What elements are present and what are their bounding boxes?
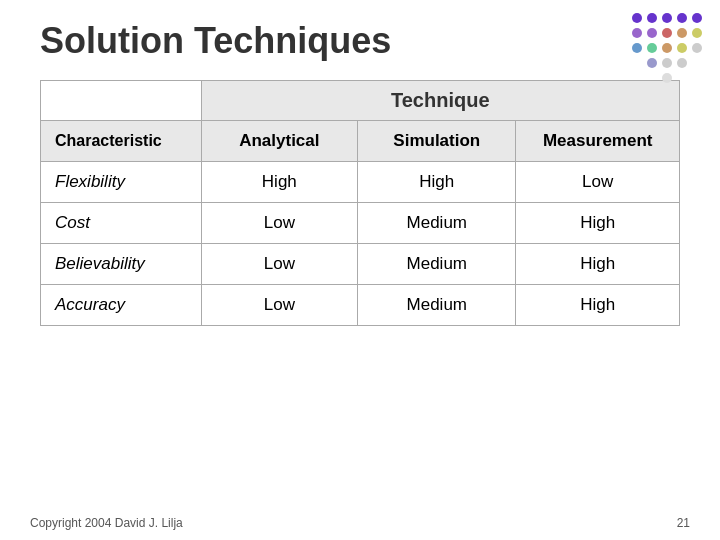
svg-point-8 <box>677 28 687 38</box>
page: Solution Techniques Technique Characteri… <box>0 0 720 540</box>
svg-point-10 <box>632 43 642 53</box>
col-header-simulation: Simulation <box>358 121 516 162</box>
cell-characteristic: Cost <box>41 203 202 244</box>
svg-point-14 <box>692 43 702 53</box>
technique-header: Technique <box>201 81 680 121</box>
cell-simulation: Medium <box>358 244 516 285</box>
copyright: Copyright 2004 David J. Lilja <box>30 516 183 530</box>
page-title: Solution Techniques <box>40 20 690 62</box>
table-row: CostLowMediumHigh <box>41 203 680 244</box>
col-header-measurement: Measurement <box>516 121 680 162</box>
svg-point-1 <box>647 13 657 23</box>
techniques-table-wrapper: Technique Characteristic Analytical Simu… <box>40 80 680 326</box>
empty-header-cell <box>41 81 202 121</box>
page-number: 21 <box>677 516 690 530</box>
col-header-characteristic: Characteristic <box>41 121 202 162</box>
cell-simulation: High <box>358 162 516 203</box>
cell-measurement: High <box>516 244 680 285</box>
cell-analytical: Low <box>201 203 358 244</box>
footer: Copyright 2004 David J. Lilja 21 <box>0 516 720 530</box>
svg-point-7 <box>662 28 672 38</box>
table-row: BelievabilityLowMediumHigh <box>41 244 680 285</box>
cell-characteristic: Flexibility <box>41 162 202 203</box>
cell-characteristic: Accuracy <box>41 285 202 326</box>
svg-point-18 <box>662 73 672 83</box>
cell-measurement: High <box>516 203 680 244</box>
col-header-analytical: Analytical <box>201 121 358 162</box>
cell-characteristic: Believability <box>41 244 202 285</box>
svg-point-2 <box>662 13 672 23</box>
svg-point-11 <box>647 43 657 53</box>
techniques-table: Technique Characteristic Analytical Simu… <box>40 80 680 326</box>
svg-point-17 <box>677 58 687 68</box>
cell-measurement: High <box>516 285 680 326</box>
svg-point-3 <box>677 13 687 23</box>
cell-measurement: Low <box>516 162 680 203</box>
decorative-dot-grid <box>622 8 712 88</box>
svg-point-16 <box>662 58 672 68</box>
svg-point-12 <box>662 43 672 53</box>
svg-point-6 <box>647 28 657 38</box>
svg-point-15 <box>647 58 657 68</box>
cell-analytical: High <box>201 162 358 203</box>
cell-simulation: Medium <box>358 203 516 244</box>
svg-point-4 <box>692 13 702 23</box>
table-row: FlexibilityHighHighLow <box>41 162 680 203</box>
cell-analytical: Low <box>201 244 358 285</box>
svg-point-13 <box>677 43 687 53</box>
cell-simulation: Medium <box>358 285 516 326</box>
table-row: AccuracyLowMediumHigh <box>41 285 680 326</box>
cell-analytical: Low <box>201 285 358 326</box>
svg-point-9 <box>692 28 702 38</box>
svg-point-5 <box>632 28 642 38</box>
svg-point-0 <box>632 13 642 23</box>
